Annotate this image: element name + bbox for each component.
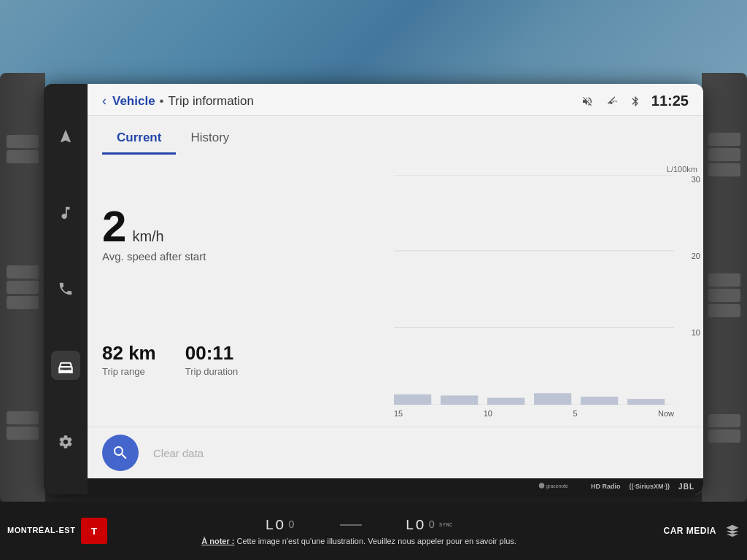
metrics-row: 82 km Trip range 00:11 Trip duration [102, 342, 379, 377]
jbl-logo: JBL [678, 483, 694, 491]
right-btn-3 [708, 163, 740, 176]
fuel-chart: L/100km 30 2 [394, 162, 703, 419]
odometer-left: LO O [265, 517, 295, 534]
chart-y-label: L/100km [667, 165, 697, 174]
trip-duration-value: 00:11 [185, 342, 239, 365]
bottom-bar: MONTRÉAL-EST T LO O LO O SYNC À noter : … [0, 502, 747, 560]
svg-rect-10 [441, 395, 478, 405]
gracenote-logo: gracenote A NIELSEN COMPANY [538, 481, 582, 491]
odometer-right: LO O SYNC [406, 517, 453, 534]
speed-value: 2 [102, 205, 126, 249]
svg-text:gracenote: gracenote [546, 483, 568, 489]
notice-body: Cette image n'est qu'une illustration. V… [236, 537, 516, 545]
right-btn-6 [708, 304, 740, 317]
infotainment-screen: ‹ Vehicle • Trip information [44, 84, 703, 494]
bottom-notice: À noter : Cette image n'est qu'une illus… [201, 537, 516, 545]
svg-rect-8 [534, 393, 571, 405]
screen-content: ‹ Vehicle • Trip information [88, 84, 703, 494]
svg-point-12 [539, 483, 545, 489]
notice-prefix: À noter : [201, 537, 234, 545]
tab-current[interactable]: Current [102, 125, 176, 155]
right-btn-2 [708, 148, 740, 161]
trip-range-value: 82 km [102, 342, 156, 365]
clock-display: 11:25 [651, 93, 689, 109]
breadcrumb-separator: • [160, 94, 164, 109]
dealer-logo: MONTRÉAL-EST T [7, 518, 109, 544]
left-btn-5 [7, 296, 39, 309]
chart-x-tick-10: 10 [484, 409, 492, 418]
siriusxm-logo: ((·SiriusXM·)) [630, 483, 670, 490]
tabs-row: Current History [88, 116, 703, 155]
left-body-panel [0, 73, 45, 502]
odometer-row: LO O LO O SYNC [265, 517, 453, 534]
bottom-right-logos: CAR MEDIA [608, 524, 740, 538]
right-btn-4 [708, 273, 740, 287]
chart-y-tick-30: 30 [692, 175, 700, 184]
trip-range-label: Trip range [102, 366, 156, 377]
left-btn-1 [7, 135, 39, 148]
action-bar: Clear data [88, 427, 703, 478]
left-btn-2 [7, 150, 39, 163]
phone-off-icon [605, 96, 619, 107]
tab-history[interactable]: History [176, 125, 244, 155]
trip-duration-label: Trip duration [185, 366, 239, 377]
speed-unit: km/h [132, 228, 163, 245]
back-button[interactable]: ‹ [102, 93, 107, 109]
left-btn-6 [7, 411, 39, 424]
sidebar-item-phone[interactable] [51, 274, 80, 303]
right-btn-7 [708, 414, 740, 427]
carmedia-logo: CAR MEDIA [664, 526, 717, 536]
sound-off-icon [580, 96, 595, 107]
header-status-icons: 11:25 [580, 93, 689, 109]
chart-y-tick-10: 10 [692, 328, 700, 337]
sidebar-item-nav[interactable] [51, 122, 80, 151]
right-btn-5 [708, 289, 740, 302]
sidebar-item-car[interactable] [51, 351, 80, 380]
screen-brand-bar: gracenote A NIELSEN COMPANY HD Radio ((·… [88, 478, 703, 494]
carmedia-icon [725, 524, 740, 538]
sidebar [44, 84, 88, 494]
svg-rect-6 [627, 399, 665, 405]
speed-section: 2 km/h Avg. speed after start [102, 205, 379, 262]
trip-data-panel: 2 km/h Avg. speed after start 82 km Trip… [88, 162, 394, 419]
breadcrumb: Vehicle • Trip information [112, 94, 254, 109]
right-btn-1 [708, 133, 740, 146]
hd-radio-logo: HD Radio [591, 483, 621, 490]
right-body-panel [702, 73, 747, 502]
left-btn-3 [7, 265, 39, 279]
breadcrumb-page-title: Trip information [169, 94, 254, 109]
chart-x-tick-now: Now [658, 409, 674, 418]
breadcrumb-vehicle[interactable]: Vehicle [112, 94, 155, 109]
screen-header: ‹ Vehicle • Trip information [88, 84, 703, 116]
svg-point-1 [69, 369, 69, 370]
main-area: 2 km/h Avg. speed after start 82 km Trip… [88, 155, 703, 427]
svg-rect-11 [394, 394, 431, 405]
toyota-logo-icon: T [81, 518, 107, 544]
chart-x-tick-15: 15 [394, 409, 403, 418]
sidebar-item-music[interactable] [51, 198, 80, 228]
bottom-center: LO O LO O SYNC À noter : Cette image n'e… [109, 517, 608, 545]
right-btn-8 [708, 429, 740, 443]
left-btn-7 [7, 427, 39, 440]
svg-rect-9 [487, 398, 525, 405]
trip-range-metric: 82 km Trip range [102, 342, 156, 377]
svg-text:T: T [91, 526, 98, 537]
dealer-name: MONTRÉAL-EST [7, 526, 75, 535]
trip-duration-metric: 00:11 Trip duration [185, 342, 239, 377]
search-icon [112, 444, 129, 462]
svg-rect-7 [581, 397, 618, 405]
chart-y-tick-20: 20 [692, 252, 700, 260]
sidebar-item-settings[interactable] [51, 427, 80, 456]
search-button[interactable] [102, 435, 139, 471]
clear-data-button[interactable]: Clear data [153, 447, 204, 459]
chart-x-tick-5: 5 [573, 409, 577, 418]
speed-label: Avg. speed after start [102, 250, 379, 262]
left-btn-4 [7, 281, 39, 294]
svg-point-0 [62, 369, 63, 370]
bluetooth-icon [630, 94, 641, 109]
sync-badge: SYNC [439, 522, 453, 528]
